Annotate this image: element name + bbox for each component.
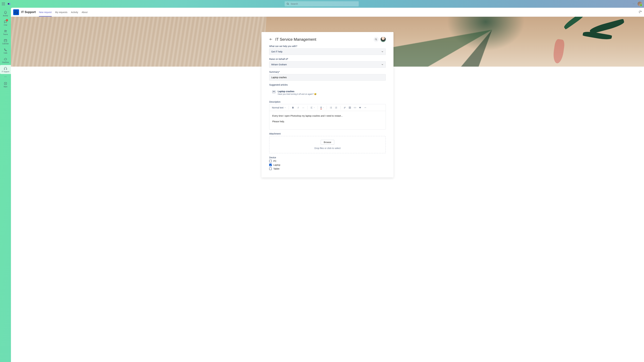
chevron-down-icon — [322, 107, 324, 108]
headset-icon — [4, 67, 8, 70]
content-body: IT Service Management What can we help y… — [11, 17, 644, 362]
rte-hr-button[interactable] — [363, 105, 368, 110]
rail-calls[interactable]: Calls — [0, 46, 11, 55]
svg-point-26 — [330, 108, 330, 108]
chevron-down-icon — [284, 107, 286, 109]
rte-number-list-button[interactable]: 123 — [334, 105, 338, 110]
svg-point-3 — [287, 3, 288, 4]
rail-chat[interactable]: 1 Chat — [0, 18, 11, 27]
browse-button[interactable]: Browse — [321, 140, 334, 145]
app-title: IT Support — [21, 10, 36, 14]
rte-text-color-button[interactable]: A — [320, 105, 325, 110]
rail-itsupport[interactable]: IT Support — [0, 65, 11, 74]
link-icon — [344, 106, 346, 109]
cloud-icon — [4, 57, 8, 61]
rte-bold-button[interactable]: B — [291, 105, 295, 110]
svg-rect-11 — [4, 68, 5, 69]
suggested-article[interactable]: Laptop crashes Have you tried turning it… — [269, 88, 386, 98]
bullet-list-icon — [330, 106, 332, 109]
rail-more-icon[interactable]: ··· — [4, 75, 6, 78]
svg-point-2 — [10, 3, 10, 3]
rte-quote-button[interactable] — [358, 105, 362, 110]
svg-text:T: T — [8, 3, 9, 5]
device-pc-checkbox[interactable]: PC — [269, 160, 386, 162]
table-icon — [348, 106, 351, 109]
help-value: Get IT help — [271, 50, 282, 53]
calendar-icon — [4, 39, 8, 42]
bell-icon — [4, 11, 8, 14]
rte-italic-button[interactable]: I — [296, 105, 300, 110]
rte-more-formatting[interactable]: ··· — [301, 105, 306, 110]
summary-input[interactable] — [271, 76, 384, 79]
app-launcher-icon[interactable] — [2, 2, 5, 5]
global-search[interactable] — [285, 1, 359, 6]
rail-apps[interactable]: Apps — [0, 80, 11, 89]
checkbox-checked-icon — [269, 164, 272, 166]
attachment-label: Attachment — [269, 132, 386, 135]
help-select[interactable]: Get IT help — [269, 48, 386, 55]
svg-rect-17 — [17, 12, 18, 13]
rte-content[interactable]: Every time I open Photoshop my laptop cr… — [269, 111, 386, 129]
svg-line-4 — [288, 4, 289, 5]
apps-add-icon — [4, 82, 8, 85]
number-list-icon: 123 — [335, 106, 338, 109]
svg-rect-12 — [6, 68, 7, 69]
form-search-button[interactable] — [374, 37, 379, 42]
device-tablet-checkbox[interactable]: Tablet — [269, 167, 386, 170]
rte-link-button[interactable] — [342, 105, 347, 110]
rail-activity[interactable]: Activity — [0, 9, 11, 18]
svg-point-5 — [4, 30, 6, 31]
phone-icon — [4, 48, 8, 52]
article-icon — [272, 91, 276, 93]
drop-text: Drop files or click to select — [273, 147, 382, 149]
svg-text:3: 3 — [335, 108, 336, 109]
rte-code-button[interactable] — [353, 105, 357, 110]
chevron-down-icon — [381, 63, 384, 66]
rte-bullet-list-button[interactable] — [329, 105, 333, 110]
user-avatar[interactable] — [638, 1, 642, 6]
description-label: Description — [269, 100, 386, 103]
rte-align-button[interactable] — [310, 105, 316, 110]
rail-calendar[interactable]: Calendar — [0, 37, 11, 46]
svg-point-6 — [6, 30, 6, 31]
more-options-icon[interactable]: ··· — [633, 2, 635, 5]
chevron-down-icon — [381, 50, 384, 53]
refresh-icon[interactable] — [638, 10, 642, 13]
checkbox-icon — [269, 160, 272, 162]
device-laptop-checkbox[interactable]: Laptop — [269, 164, 386, 166]
request-form-card: IT Service Management What can we help y… — [262, 32, 394, 177]
search-input[interactable] — [291, 2, 357, 5]
search-icon — [286, 2, 289, 5]
search-icon — [375, 38, 378, 41]
rail-teams[interactable]: Teams — [0, 28, 11, 37]
rail-onedrive[interactable]: OneDrive — [0, 56, 11, 65]
checkbox-icon — [269, 167, 272, 170]
hr-icon — [364, 106, 366, 109]
main-area: IT Support New request My requests Activ… — [11, 8, 644, 362]
summary-label: Summary* — [269, 71, 386, 73]
behalf-select[interactable]: Miriam Graham — [269, 61, 386, 68]
rte-text-style[interactable]: Normal text — [271, 105, 287, 110]
tab-about[interactable]: About — [82, 8, 88, 16]
description-p1: Every time I open Photoshop my laptop cr… — [272, 114, 383, 118]
title-bar: T ··· — [0, 0, 644, 8]
tab-my-requests[interactable]: My requests — [55, 8, 68, 16]
svg-point-24 — [330, 107, 330, 107]
requester-avatar[interactable] — [380, 37, 386, 42]
app-logo-icon — [13, 9, 19, 15]
tab-activity[interactable]: Activity — [71, 8, 78, 16]
people-icon — [4, 29, 8, 33]
tab-new-request[interactable]: New request — [39, 8, 52, 16]
behalf-value: Miriam Graham — [271, 63, 287, 66]
suggested-label: Suggested articles — [269, 83, 386, 86]
svg-point-25 — [330, 107, 330, 108]
summary-input-wrap[interactable] — [269, 74, 386, 81]
rte-toolbar: Normal text B I ··· — [269, 104, 386, 111]
behalf-label: Raise on behalf of* — [269, 58, 386, 60]
help-label: What can we help you with? — [269, 45, 386, 47]
back-button[interactable] — [269, 37, 273, 41]
attachment-dropzone[interactable]: Browse Drop files or click to select — [269, 136, 386, 153]
quote-icon — [359, 106, 362, 109]
rte-table-button[interactable] — [348, 105, 352, 110]
svg-point-19 — [375, 38, 376, 40]
